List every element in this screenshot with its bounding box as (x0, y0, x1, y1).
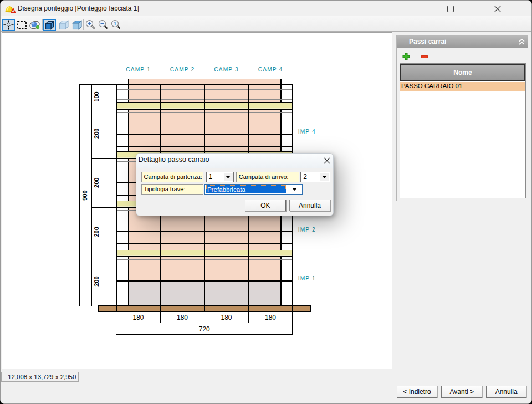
svg-text:100: 100 (93, 91, 100, 101)
svg-text:IMP 4: IMP 4 (298, 129, 316, 135)
svg-text:IMP 2: IMP 2 (298, 227, 316, 233)
svg-text:1: 1 (114, 21, 116, 27)
svg-text:180: 180 (177, 314, 188, 321)
svg-text:180: 180 (265, 314, 276, 321)
svg-text:IMP 1: IMP 1 (298, 275, 316, 282)
svg-text:200: 200 (93, 129, 100, 139)
svg-text:CAMP 1: CAMP 1 (126, 67, 150, 73)
svg-text:CAMP 4: CAMP 4 (258, 67, 283, 73)
svg-text:CAMP 3: CAMP 3 (214, 67, 238, 73)
svg-text:CAMP 2: CAMP 2 (170, 67, 195, 73)
svg-text:180: 180 (132, 314, 144, 321)
svg-text:200: 200 (93, 276, 100, 286)
svg-text:200: 200 (93, 178, 100, 188)
svg-text:180: 180 (221, 314, 232, 321)
svg-text:200: 200 (93, 227, 100, 237)
svg-text:720: 720 (199, 325, 210, 333)
svg-text:900: 900 (81, 190, 88, 200)
